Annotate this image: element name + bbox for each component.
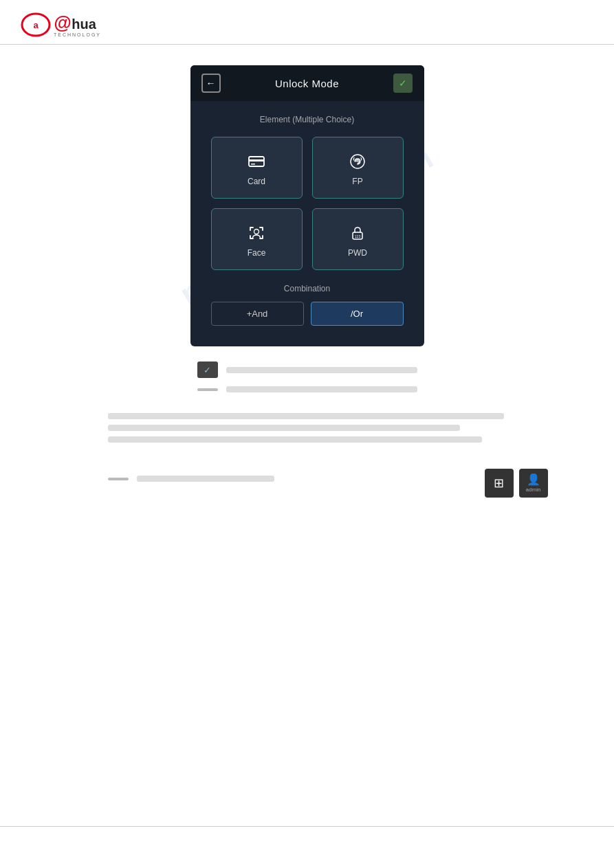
main-content: ← Unlock Mode ✓ Element (Multiple Choice… — [0, 58, 614, 496]
logo-container: a @ hua TECHNOLOGY — [21, 12, 101, 37]
bottom-text-line — [137, 476, 274, 482]
face-label: Face — [248, 248, 266, 258]
annotation-text-line-2 — [226, 386, 417, 392]
doc-line-1 — [108, 413, 504, 419]
face-icon — [247, 223, 266, 243]
doc-content-area — [67, 413, 548, 448]
face-option[interactable]: Face — [211, 208, 303, 270]
screen-header: ← Unlock Mode ✓ — [190, 65, 424, 101]
pwd-option[interactable]: 123 PWD — [312, 208, 404, 270]
doc-line-2 — [108, 425, 460, 431]
admin-icon-button[interactable]: 👤 admin — [519, 469, 548, 498]
user-icon: 👤 — [527, 474, 540, 485]
dahua-logo-icon: a — [21, 12, 51, 37]
doc-line-3 — [108, 436, 482, 443]
combination-buttons: +And /Or — [211, 302, 404, 326]
bottom-section: ⊞ 👤 admin — [67, 476, 548, 489]
annotation-text-line-1 — [226, 367, 417, 373]
or-button[interactable]: /Or — [311, 302, 404, 326]
annotation-dash-1 — [197, 388, 218, 391]
admin-label: admin — [526, 487, 541, 493]
annotation-area: ✓ — [190, 361, 424, 392]
password-icon: 123 — [348, 223, 367, 243]
annotation-check-icon: ✓ — [197, 361, 218, 378]
logo-subtext: TECHNOLOGY — [54, 32, 101, 37]
annotation-row-1: ✓ — [197, 361, 417, 378]
bottom-dash — [108, 478, 129, 480]
logo-area: a @ hua TECHNOLOGY — [0, 0, 614, 44]
bottom-annotation-row — [108, 476, 548, 482]
header-divider — [0, 44, 614, 45]
svg-point-5 — [351, 155, 364, 168]
options-grid: Card FP — [211, 137, 404, 270]
card-label: Card — [248, 177, 265, 186]
pwd-label: PWD — [348, 248, 367, 258]
annotation-row-2 — [197, 386, 417, 392]
card-icon — [247, 152, 266, 171]
logo-text-block: @ hua TECHNOLOGY — [54, 12, 101, 37]
grid-icon-button[interactable]: ⊞ — [485, 469, 514, 498]
back-arrow-icon: ← — [206, 78, 216, 89]
svg-point-6 — [254, 230, 259, 234]
fp-label: FP — [352, 177, 362, 186]
screen-title: Unlock Mode — [275, 78, 339, 89]
bottom-icons-area: ⊞ 👤 admin — [485, 469, 548, 498]
svg-rect-3 — [249, 159, 264, 162]
logo-brand-text: hua — [72, 16, 96, 32]
fingerprint-icon — [348, 152, 367, 171]
fp-option[interactable]: FP — [312, 137, 404, 199]
screen-body: Element (Multiple Choice) Card — [190, 101, 424, 346]
device-screen: ← Unlock Mode ✓ Element (Multiple Choice… — [190, 65, 424, 346]
svg-rect-4 — [251, 164, 255, 165]
checkmark-icon: ✓ — [399, 78, 407, 89]
grid-icon: ⊞ — [494, 477, 504, 489]
element-section-label: Element (Multiple Choice) — [211, 115, 404, 124]
confirm-button[interactable]: ✓ — [393, 74, 413, 93]
and-button[interactable]: +And — [211, 302, 304, 326]
footer-divider — [0, 826, 614, 827]
svg-text:a: a — [33, 20, 39, 30]
card-option[interactable]: Card — [211, 137, 303, 199]
combination-label: Combination — [211, 284, 404, 293]
svg-text:123: 123 — [355, 234, 361, 238]
back-button[interactable]: ← — [201, 74, 221, 93]
